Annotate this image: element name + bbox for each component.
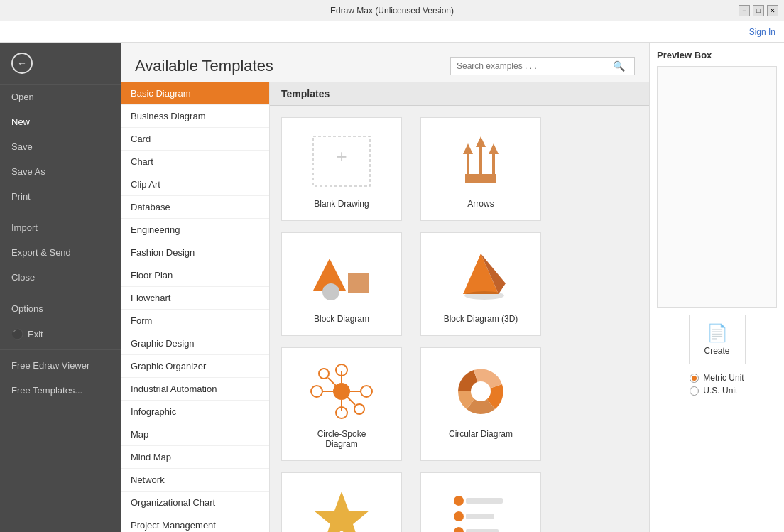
unit-options: Metric Unit U.S. Unit [690, 373, 744, 396]
sidebar-item-free-viewer[interactable]: Free Edraw Viewer [0, 353, 121, 378]
template-thumb-block [306, 244, 377, 308]
preview-box [657, 66, 777, 308]
sidebar-item-open[interactable]: Open [0, 85, 121, 109]
sidebar-item-print[interactable]: Print [0, 184, 121, 209]
svg-rect-33 [466, 514, 494, 519]
category-item-industrial-automation[interactable]: Industrial Automation [121, 378, 269, 401]
templates-grid: + Blank Drawing [270, 106, 649, 532]
sidebar-item-save[interactable]: Save [0, 134, 121, 159]
sidebar-item-options[interactable]: Options [0, 296, 121, 321]
svg-point-32 [454, 511, 464, 521]
back-button[interactable]: ← [0, 43, 121, 85]
category-item-card[interactable]: Card [121, 128, 269, 151]
title-bar: Edraw Max (Unlicensed Version) − □ ✕ [0, 0, 784, 21]
create-btn-area: 📄 Create Metric Unit U.S. Unit [657, 315, 777, 396]
svg-rect-35 [466, 529, 499, 532]
svg-point-28 [471, 381, 491, 401]
template-block-diagram-3d[interactable]: Block Diagram (3D) [420, 232, 541, 336]
sidebar: ← Open New Save Save As Print Import Exp… [0, 43, 121, 532]
category-item-infographic[interactable]: Infographic [121, 401, 269, 423]
category-item-graphic-design[interactable]: Graphic Design [121, 332, 269, 355]
template-bars[interactable] [420, 472, 541, 532]
search-box[interactable]: 🔍 [450, 57, 635, 75]
close-button[interactable]: ✕ [767, 5, 778, 16]
category-item-form[interactable]: Form [121, 310, 269, 332]
template-label-block: Block Diagram [314, 314, 369, 324]
circle-spoke-icon [310, 363, 374, 420]
sidebar-item-export[interactable]: Export & Send [0, 240, 121, 265]
templates-header: Templates [270, 82, 649, 106]
sidebar-item-free-templates[interactable]: Free Templates... [0, 378, 121, 403]
radio-us-outer [690, 386, 699, 396]
sidebar-divider-2 [0, 293, 121, 293]
category-item-network[interactable]: Network [121, 469, 269, 492]
template-thumb-blank: + [306, 129, 377, 193]
templates-area: Basic Diagram Business Diagram Card Char… [121, 82, 649, 532]
svg-marker-3 [476, 136, 486, 147]
sidebar-item-new[interactable]: New [0, 109, 121, 134]
category-item-map[interactable]: Map [121, 423, 269, 446]
template-circular-diagram[interactable]: Circular Diagram [420, 347, 541, 461]
template-arrows[interactable]: Arrows [420, 117, 541, 221]
category-item-project-management[interactable]: Project Management [121, 514, 269, 532]
svg-marker-29 [314, 492, 369, 532]
svg-point-21 [311, 386, 322, 397]
search-icon: 🔍 [613, 60, 625, 72]
svg-point-34 [454, 527, 464, 532]
category-item-fashion-design[interactable]: Fashion Design [121, 241, 269, 264]
svg-line-26 [347, 397, 355, 405]
templates-grid-area: Templates + Blank Drawing [270, 82, 649, 532]
restore-button[interactable]: □ [753, 5, 764, 16]
blank-drawing-icon: + [310, 133, 374, 190]
svg-point-25 [319, 369, 329, 379]
signin-link[interactable]: Sign In [749, 27, 775, 37]
search-input[interactable] [457, 61, 613, 71]
category-item-basic-diagram[interactable]: Basic Diagram [121, 82, 269, 105]
svg-rect-10 [348, 273, 369, 293]
preview-panel: Preview Box 📄 Create Metric Unit U.S. Un… [649, 43, 784, 532]
radio-metric-outer [690, 374, 699, 383]
category-item-mind-map[interactable]: Mind Map [121, 446, 269, 469]
star-icon [310, 488, 374, 532]
block-diagram-3d-icon [449, 248, 513, 305]
svg-marker-5 [463, 143, 473, 154]
template-star[interactable] [281, 472, 402, 532]
sidebar-item-exit[interactable]: ⚫ Exit [0, 321, 121, 347]
bars-icon [449, 488, 513, 532]
radio-metric-inner [692, 376, 697, 381]
template-label-circular: Circular Diagram [449, 429, 513, 439]
sidebar-divider-1 [0, 212, 121, 212]
category-item-business-diagram[interactable]: Business Diagram [121, 105, 269, 128]
available-templates-header: Available Templates 🔍 [121, 43, 649, 82]
sidebar-item-import[interactable]: Import [0, 215, 121, 240]
template-thumb-circular [445, 359, 516, 423]
svg-point-30 [454, 496, 464, 506]
svg-line-24 [328, 378, 336, 386]
sidebar-item-saveas[interactable]: Save As [0, 159, 121, 184]
category-item-floor-plan[interactable]: Floor Plan [121, 264, 269, 287]
template-blank-drawing[interactable]: + Blank Drawing [281, 117, 402, 221]
category-item-chart[interactable]: Chart [121, 151, 269, 173]
create-label: Create [704, 346, 729, 356]
svg-point-14 [464, 291, 504, 300]
template-block-diagram[interactable]: Block Diagram [281, 232, 402, 336]
template-thumb-bars [445, 484, 516, 532]
unit-metric-label: Metric Unit [703, 373, 744, 383]
template-circle-spoke[interactable]: Circle-Spoke Diagram [281, 347, 402, 461]
template-label-circle-spoke: Circle-Spoke Diagram [317, 429, 366, 449]
create-button[interactable]: 📄 Create [689, 315, 746, 364]
category-item-engineering[interactable]: Engineering [121, 219, 269, 241]
unit-us[interactable]: U.S. Unit [690, 386, 744, 396]
category-item-org-chart[interactable]: Organizational Chart [121, 492, 269, 514]
block-diagram-icon [310, 248, 374, 305]
minimize-button[interactable]: − [739, 5, 750, 16]
main-container: ← Open New Save Save As Print Import Exp… [0, 43, 784, 532]
category-item-graphic-organizer[interactable]: Graphic Organizer [121, 355, 269, 378]
file-icon: 📄 [707, 323, 728, 343]
category-item-database[interactable]: Database [121, 196, 269, 219]
category-item-clip-art[interactable]: Clip Art [121, 173, 269, 196]
sidebar-item-close[interactable]: Close [0, 265, 121, 290]
svg-point-11 [322, 283, 339, 300]
category-item-flowchart[interactable]: Flowchart [121, 287, 269, 310]
unit-metric[interactable]: Metric Unit [690, 373, 744, 383]
